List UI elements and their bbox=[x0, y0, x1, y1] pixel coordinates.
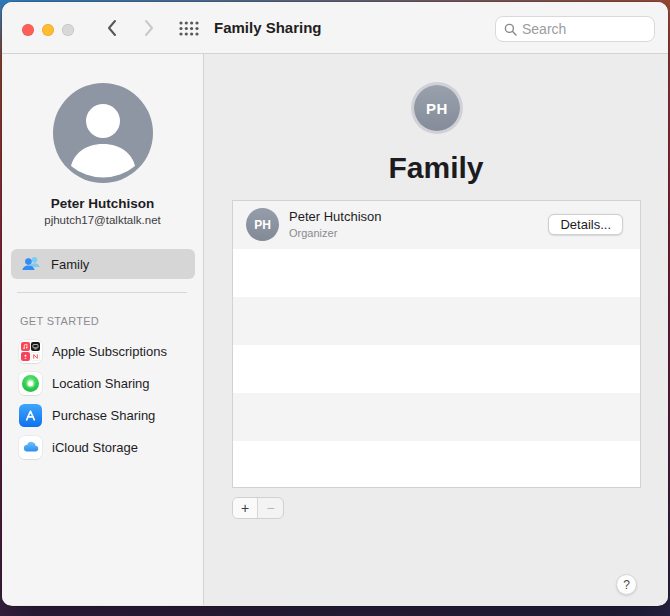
grid-icon bbox=[179, 21, 199, 36]
empty-list-row bbox=[233, 297, 640, 345]
titlebar: Family Sharing bbox=[2, 2, 668, 54]
purchase-sharing-icon bbox=[19, 404, 42, 427]
member-name: Peter Hutchison bbox=[289, 209, 382, 224]
location-sharing-icon bbox=[19, 372, 42, 395]
sidebar-item-apple-subscriptions-label: Apple Subscriptions bbox=[52, 344, 167, 359]
member-role: Organizer bbox=[289, 227, 337, 239]
member-row[interactable]: PH Peter Hutchison Organizer Details... bbox=[233, 201, 640, 249]
family-sharing-pane: PH Family PH Peter Hutchison Organizer D… bbox=[204, 54, 668, 605]
get-started-list: Apple Subscriptions Location Sharing Pur… bbox=[16, 335, 197, 463]
family-icon bbox=[20, 253, 42, 275]
sidebar-divider bbox=[17, 292, 187, 293]
empty-list-row bbox=[233, 249, 640, 297]
search-field[interactable] bbox=[495, 16, 655, 42]
back-button[interactable] bbox=[102, 19, 122, 39]
icloud-storage-icon bbox=[19, 436, 42, 459]
sidebar-item-purchase-sharing[interactable]: Purchase Sharing bbox=[16, 399, 197, 431]
page-title: Family bbox=[204, 151, 668, 185]
empty-list-row bbox=[233, 345, 640, 393]
search-input[interactable] bbox=[522, 21, 646, 37]
desktop-background: Family Sharing Pete bbox=[0, 0, 670, 616]
family-members-list: PH Peter Hutchison Organizer Details... bbox=[232, 200, 641, 488]
sidebar-item-purchase-sharing-label: Purchase Sharing bbox=[52, 408, 155, 423]
minimize-window-button[interactable] bbox=[42, 24, 54, 36]
sidebar: Peter Hutchison pjhutch17@talktalk.net F… bbox=[2, 54, 204, 605]
member-avatar: PH bbox=[246, 208, 279, 241]
window-body: Peter Hutchison pjhutch17@talktalk.net F… bbox=[2, 54, 668, 605]
user-avatar-icon bbox=[53, 83, 153, 183]
user-email: pjhutch17@talktalk.net bbox=[2, 214, 203, 226]
window-title: Family Sharing bbox=[214, 2, 322, 54]
zoom-window-button bbox=[62, 24, 74, 36]
user-profile: Peter Hutchison pjhutch17@talktalk.net bbox=[2, 83, 203, 226]
sidebar-item-location-sharing[interactable]: Location Sharing bbox=[16, 367, 197, 399]
empty-list-row bbox=[233, 441, 640, 489]
add-remove-control: + − bbox=[232, 497, 284, 519]
forward-button[interactable] bbox=[139, 19, 159, 39]
show-all-settings-button[interactable] bbox=[178, 21, 199, 37]
sidebar-item-apple-subscriptions[interactable]: Apple Subscriptions bbox=[16, 335, 197, 367]
sidebar-item-family-label: Family bbox=[51, 257, 89, 272]
close-window-button[interactable] bbox=[22, 24, 34, 36]
details-button[interactable]: Details... bbox=[548, 214, 623, 235]
remove-member-button[interactable]: − bbox=[258, 498, 283, 518]
sidebar-item-icloud-storage[interactable]: iCloud Storage bbox=[16, 431, 197, 463]
apple-subscriptions-icon bbox=[19, 340, 42, 363]
family-avatar: PH bbox=[414, 85, 460, 131]
empty-list-row bbox=[233, 393, 640, 441]
traffic-lights bbox=[22, 24, 74, 36]
get-started-section-header: GET STARTED bbox=[20, 315, 99, 327]
help-button[interactable]: ? bbox=[616, 574, 637, 595]
search-icon bbox=[504, 23, 517, 36]
sidebar-item-icloud-storage-label: iCloud Storage bbox=[52, 440, 138, 455]
chevron-left-icon bbox=[106, 19, 118, 37]
add-member-button[interactable]: + bbox=[233, 498, 258, 518]
user-name: Peter Hutchison bbox=[2, 196, 203, 211]
sidebar-item-family[interactable]: Family bbox=[11, 249, 195, 279]
chevron-right-icon bbox=[143, 19, 155, 37]
sidebar-item-location-sharing-label: Location Sharing bbox=[52, 376, 150, 391]
family-sharing-window: Family Sharing Pete bbox=[2, 2, 668, 606]
